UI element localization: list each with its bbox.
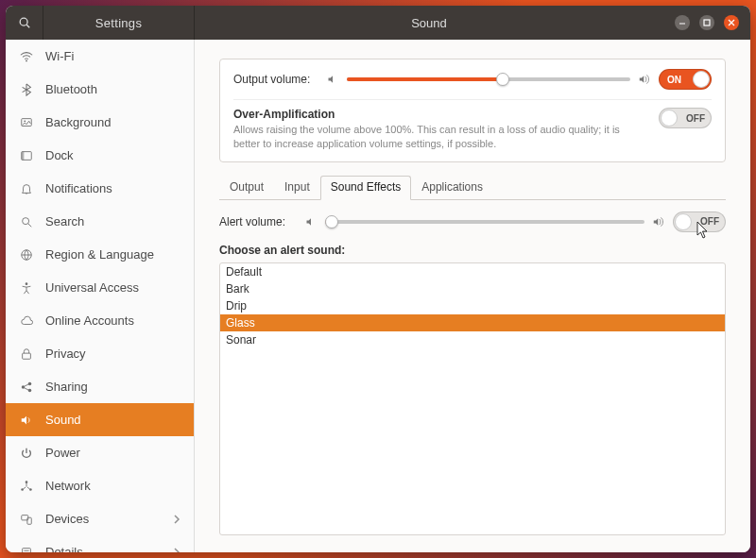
output-panel: Output volume: ON [219,59,726,162]
output-volume-label: Output volume: [233,73,318,86]
close-button[interactable] [724,15,739,30]
alert-volume-toggle[interactable]: OFF [673,211,726,232]
sidebar-item-label: Background [45,115,180,129]
over-amplification-toggle[interactable]: OFF [659,108,712,128]
sidebar-item-wi-fi[interactable]: Wi-Fi [6,40,194,73]
sidebar-item-label: Notifications [45,181,180,195]
network-icon [19,479,34,494]
svg-point-8 [24,120,26,122]
toggle-off-label: OFF [700,216,719,227]
alert-volume-slider[interactable] [325,220,644,224]
sound-effects-section: OutputInputSound EffectsApplications Ale… [219,176,726,535]
speaker-high-icon [638,73,651,86]
svg-line-12 [28,223,32,227]
cloud-icon [19,313,34,329]
svg-rect-3 [704,20,710,25]
sidebar-item-label: Search [45,214,180,228]
sidebar-item-label: Bluetooth [45,82,180,96]
sidebar-item-dock[interactable]: Dock [6,139,194,172]
sidebar-item-privacy[interactable]: Privacy [6,337,194,370]
settings-window: Settings Sound Wi-FiBluetoothBackgroundD… [6,6,750,552]
privacy-icon [19,347,34,362]
sidebar-item-label: Details [45,545,162,552]
dock-icon [19,148,34,163]
globe-icon [19,247,34,262]
alert-sound-glass[interactable]: Glass [220,314,725,331]
window-controls [663,6,750,40]
sidebar-item-search[interactable]: Search [6,205,194,238]
alert-sound-sonar[interactable]: Sonar [220,331,725,348]
sidebar-item-sharing[interactable]: Sharing [6,370,194,403]
chevron-right-icon [173,515,180,524]
devices-icon [19,512,34,527]
sidebar-item-region-language[interactable]: Region & Language [6,238,194,271]
sidebar-item-devices[interactable]: Devices [6,502,194,535]
sidebar-item-label: Region & Language [45,247,180,262]
sidebar-item-label: Online Accounts [45,313,180,328]
svg-point-17 [28,381,32,385]
over-amplification-title: Over-Amplification [233,108,647,121]
svg-rect-10 [22,151,25,160]
tab-applications[interactable]: Applications [411,176,493,200]
toggle-on-label: ON [667,75,681,85]
sidebar-item-bluetooth[interactable]: Bluetooth [6,73,194,106]
search-icon [19,214,34,229]
chevron-right-icon [173,548,180,553]
sidebar-item-label: Power [45,446,180,460]
sidebar-item-background[interactable]: Background [6,106,194,139]
alert-sound-default[interactable]: Default [220,263,725,280]
sidebar-item-label: Devices [45,512,162,526]
titlebar: Settings Sound [6,6,750,40]
tab-input[interactable]: Input [274,176,320,200]
toggle-off-label: OFF [686,113,705,124]
tab-output[interactable]: Output [219,176,274,200]
choose-alert-label: Choose an alert sound: [219,244,726,257]
bluetooth-icon [19,82,34,97]
tab-sound_effects[interactable]: Sound Effects [320,176,412,200]
sidebar-item-notifications[interactable]: Notifications [6,172,194,205]
sidebar-item-network[interactable]: Network [6,469,194,502]
svg-point-0 [20,18,27,25]
svg-rect-15 [23,353,31,359]
bell-icon [19,181,34,196]
wifi-icon [19,49,34,64]
power-icon [19,446,34,461]
accessibility-icon [19,280,34,296]
sidebar-item-power[interactable]: Power [6,436,194,469]
maximize-button[interactable] [699,15,714,30]
svg-point-11 [23,217,29,224]
alert-sound-list[interactable]: DefaultBarkDripGlassSonar [219,262,726,535]
speaker-low-icon [304,215,318,228]
search-button[interactable] [6,6,43,40]
page-title: Sound [195,6,663,40]
sidebar[interactable]: Wi-FiBluetoothBackgroundDockNotification… [6,40,195,552]
sidebar-item-label: Dock [45,148,180,162]
over-amplification-description: Allows raising the volume above 100%. Th… [233,123,647,152]
sidebar-item-label: Network [45,479,180,493]
settings-title: Settings [43,16,194,30]
output-volume-toggle[interactable]: ON [659,69,712,90]
alert-sound-drip[interactable]: Drip [220,297,725,314]
alert-sound-bark[interactable]: Bark [220,280,725,297]
speaker-high-icon [652,215,665,228]
sidebar-item-label: Sound [45,413,180,427]
details-icon [19,545,34,553]
minimize-button[interactable] [675,15,690,30]
sidebar-item-online-accounts[interactable]: Online Accounts [6,304,194,337]
sidebar-item-label: Universal Access [45,280,180,295]
svg-point-6 [26,59,27,61]
sidebar-item-label: Privacy [45,347,180,361]
main-content: Output volume: ON [195,40,750,552]
sidebar-item-universal-access[interactable]: Universal Access [6,271,194,304]
share-icon [19,380,34,395]
tabs: OutputInputSound EffectsApplications [219,176,726,200]
speaker-low-icon [326,73,339,86]
sidebar-item-sound[interactable]: Sound [6,403,194,436]
svg-line-1 [26,25,29,27]
sidebar-item-label: Sharing [45,380,180,394]
titlebar-sidebar-section: Settings [6,6,195,40]
output-volume-slider[interactable] [347,77,630,81]
sidebar-item-details[interactable]: Details [6,535,194,552]
search-icon [18,16,31,29]
sidebar-item-label: Wi-Fi [45,49,180,63]
